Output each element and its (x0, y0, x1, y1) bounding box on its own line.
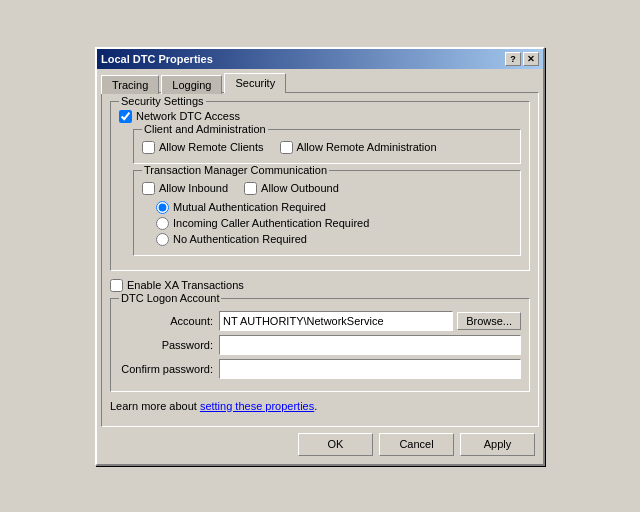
tab-tracing[interactable]: Tracing (101, 75, 159, 94)
client-admin-cols: Allow Remote Clients Allow Remote Admini… (142, 138, 512, 157)
password-input[interactable] (219, 335, 521, 355)
tab-security[interactable]: Security (224, 73, 286, 93)
network-dtc-label: Network DTC Access (136, 110, 240, 122)
incoming-caller-radio[interactable] (156, 217, 169, 230)
no-auth-label: No Authentication Required (173, 233, 307, 245)
allow-remote-clients-row: Allow Remote Clients (142, 141, 264, 154)
allow-remote-clients-checkbox[interactable] (142, 141, 155, 154)
client-admin-group: Client and Administration Allow Remote C… (133, 129, 521, 164)
incoming-caller-row: Incoming Caller Authentication Required (156, 217, 512, 230)
button-bar: OK Cancel Apply (97, 427, 543, 464)
security-settings-group: Security Settings Network DTC Access Cli… (110, 101, 530, 271)
enable-xa-label: Enable XA Transactions (127, 279, 244, 291)
inbound-outbound-row: Allow Inbound Allow Outbound (142, 179, 512, 198)
enable-xa-checkbox[interactable] (110, 279, 123, 292)
no-auth-radio[interactable] (156, 233, 169, 246)
mutual-auth-radio[interactable] (156, 201, 169, 214)
account-row: Account: Browse... (119, 311, 521, 331)
learn-more-row: Learn more about setting these propertie… (110, 400, 530, 412)
browse-button[interactable]: Browse... (457, 312, 521, 330)
logon-group-label: DTC Logon Account (119, 292, 221, 304)
tab-bar: Tracing Logging Security (97, 69, 543, 92)
transaction-group: Transaction Manager Communication Allow … (133, 170, 521, 256)
tab-content-security: Security Settings Network DTC Access Cli… (101, 92, 539, 427)
incoming-caller-label: Incoming Caller Authentication Required (173, 217, 369, 229)
allow-outbound-row: Allow Outbound (244, 182, 339, 195)
confirm-password-input[interactable] (219, 359, 521, 379)
learn-more-end: . (314, 400, 317, 412)
no-auth-row: No Authentication Required (156, 233, 512, 246)
security-settings-label: Security Settings (119, 95, 206, 107)
password-label: Password: (119, 339, 219, 351)
allow-remote-admin-row: Allow Remote Administration (280, 141, 437, 154)
account-input[interactable] (219, 311, 453, 331)
network-dtc-row: Network DTC Access (119, 110, 521, 123)
allow-remote-admin-label: Allow Remote Administration (297, 141, 437, 153)
close-button[interactable]: ✕ (523, 52, 539, 66)
account-label: Account: (119, 315, 219, 327)
confirm-password-row: Confirm password: (119, 359, 521, 379)
enable-xa-row: Enable XA Transactions (110, 279, 530, 292)
confirm-password-label: Confirm password: (119, 363, 219, 375)
apply-button[interactable]: Apply (460, 433, 535, 456)
logon-account-group: DTC Logon Account Account: Browse... Pas… (110, 298, 530, 392)
tab-logging[interactable]: Logging (161, 75, 222, 94)
allow-remote-admin-checkbox[interactable] (280, 141, 293, 154)
network-dtc-checkbox[interactable] (119, 110, 132, 123)
client-admin-content: Allow Remote Clients Allow Remote Admini… (142, 138, 512, 157)
learn-more-link[interactable]: setting these properties (200, 400, 314, 412)
allow-remote-clients-label: Allow Remote Clients (159, 141, 264, 153)
mutual-auth-label: Mutual Authentication Required (173, 201, 326, 213)
allow-outbound-label: Allow Outbound (261, 182, 339, 194)
title-bar: Local DTC Properties ? ✕ (97, 49, 543, 69)
allow-outbound-checkbox[interactable] (244, 182, 257, 195)
transaction-group-label: Transaction Manager Communication (142, 164, 329, 176)
window-title: Local DTC Properties (101, 53, 213, 65)
client-admin-indent: Client and Administration Allow Remote C… (133, 129, 521, 256)
learn-more-text: Learn more about (110, 400, 200, 412)
allow-inbound-label: Allow Inbound (159, 182, 228, 194)
main-window: Local DTC Properties ? ✕ Tracing Logging… (95, 47, 545, 466)
mutual-auth-row: Mutual Authentication Required (156, 201, 512, 214)
allow-inbound-row: Allow Inbound (142, 182, 228, 195)
help-button[interactable]: ? (505, 52, 521, 66)
client-admin-label: Client and Administration (142, 123, 268, 135)
ok-button[interactable]: OK (298, 433, 373, 456)
password-row: Password: (119, 335, 521, 355)
title-bar-buttons: ? ✕ (505, 52, 539, 66)
allow-inbound-checkbox[interactable] (142, 182, 155, 195)
security-settings-content: Network DTC Access Client and Administra… (119, 110, 521, 256)
transaction-content: Allow Inbound Allow Outbound Mutual Auth… (142, 179, 512, 246)
cancel-button[interactable]: Cancel (379, 433, 454, 456)
